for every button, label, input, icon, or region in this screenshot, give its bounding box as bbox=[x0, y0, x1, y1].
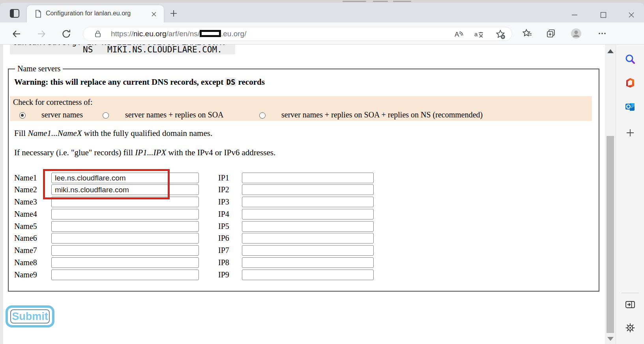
sidebar-settings-gear-icon[interactable] bbox=[625, 322, 636, 333]
name2-input[interactable] bbox=[51, 184, 199, 195]
edge-sidebar bbox=[616, 45, 644, 344]
name1-label: Name1 bbox=[14, 173, 37, 183]
active-tab[interactable]: Configuration for lanlan.eu.org bbox=[27, 5, 164, 22]
name5-input[interactable] bbox=[51, 221, 199, 232]
url-text: https://nic.eu.org/arf/en/ns/.eu.org/ bbox=[111, 27, 246, 41]
dns-record-value: MIKI.NS.CLOUDFLARE.COM. bbox=[107, 45, 222, 54]
ip6-label: IP6 bbox=[218, 233, 229, 244]
form-row: Name4 IP4 bbox=[9, 209, 599, 219]
collections-icon[interactable] bbox=[545, 28, 556, 39]
url-redaction-box bbox=[200, 30, 221, 37]
fieldset-legend: Name servers bbox=[15, 64, 63, 73]
scrollbar-thumb[interactable] bbox=[607, 136, 614, 333]
sidebar-outlook-icon[interactable] bbox=[625, 101, 636, 112]
background-window-fragment bbox=[343, 1, 366, 2]
name9-label: Name9 bbox=[14, 270, 37, 280]
browser-window: Configuration for lanlan.eu.org bbox=[0, 3, 644, 344]
name4-input[interactable] bbox=[51, 209, 199, 219]
lock-icon[interactable] bbox=[94, 30, 102, 38]
name6-label: Name6 bbox=[14, 233, 37, 244]
name7-label: Name7 bbox=[14, 245, 37, 256]
page-document-icon bbox=[34, 9, 43, 18]
instruction-ips: If necessary (i.e. "glue" records) fill … bbox=[14, 148, 275, 158]
name8-label: Name8 bbox=[14, 257, 37, 268]
sidebar-search-icon[interactable] bbox=[625, 54, 636, 65]
svg-text:a: a bbox=[474, 31, 478, 37]
dns-record-type: NS bbox=[83, 45, 93, 54]
submit-button[interactable]: Submit bbox=[10, 309, 50, 324]
ip7-input[interactable] bbox=[242, 245, 374, 256]
page-scrollbar[interactable] bbox=[605, 45, 616, 344]
name7-input[interactable] bbox=[51, 245, 199, 256]
ip6-input[interactable] bbox=[242, 233, 374, 244]
name2-label: Name2 bbox=[14, 184, 37, 195]
form-row: Name8 IP8 bbox=[9, 257, 599, 268]
ip1-input[interactable] bbox=[242, 173, 374, 183]
form-row: Name6 IP6 bbox=[9, 233, 599, 244]
ip5-input[interactable] bbox=[242, 221, 374, 232]
add-favorite-icon[interactable] bbox=[495, 29, 505, 39]
name9-input[interactable] bbox=[51, 270, 199, 280]
radio-label-server-names-soa-ns[interactable]: server names + replies on SOA + replies … bbox=[281, 110, 483, 119]
ip9-input[interactable] bbox=[242, 270, 374, 280]
name6-input[interactable] bbox=[51, 233, 199, 244]
tab-strip: Configuration for lanlan.eu.org bbox=[0, 3, 644, 22]
name-servers-fieldset: Name servers Warning: this will replace … bbox=[8, 69, 599, 292]
profile-avatar[interactable] bbox=[571, 28, 582, 39]
check-correctness-section: Check for correctness of: server names s… bbox=[10, 96, 592, 121]
new-tab-icon[interactable] bbox=[170, 9, 178, 17]
name8-input[interactable] bbox=[51, 257, 199, 268]
form-row: Name1 IP1 bbox=[9, 173, 599, 183]
name5-label: Name5 bbox=[14, 221, 37, 232]
address-bar[interactable]: https://nic.eu.org/arf/en/ns/.eu.org/ A … bbox=[83, 27, 512, 41]
favorites-icon[interactable] bbox=[522, 28, 533, 39]
refresh-icon[interactable] bbox=[61, 28, 72, 39]
ip4-label: IP4 bbox=[218, 209, 229, 219]
scroll-up-icon[interactable] bbox=[607, 49, 614, 53]
ip8-input[interactable] bbox=[242, 257, 374, 268]
radio-label-server-names[interactable]: server names bbox=[41, 110, 83, 119]
dns-records-table-fragment: lanlan.eu.org. IN NS LEE.NS.CLOUDFLARE.C… bbox=[10, 45, 235, 54]
tab-actions-menu-icon[interactable] bbox=[9, 7, 21, 19]
read-aloud-icon[interactable]: A bbox=[453, 29, 464, 39]
forward-icon[interactable] bbox=[36, 28, 47, 39]
ip1-label: IP1 bbox=[218, 173, 229, 183]
scroll-down-icon[interactable] bbox=[607, 337, 614, 341]
close-button[interactable] bbox=[626, 9, 637, 20]
form-row: Name9 IP9 bbox=[9, 270, 599, 280]
name3-input[interactable] bbox=[51, 197, 199, 207]
back-icon[interactable] bbox=[11, 28, 22, 39]
ip2-input[interactable] bbox=[242, 184, 374, 195]
minimize-button[interactable] bbox=[569, 9, 580, 20]
sidebar-add-icon[interactable] bbox=[625, 127, 636, 138]
ip4-input[interactable] bbox=[242, 209, 374, 219]
maximize-button[interactable] bbox=[598, 9, 609, 20]
submit-highlight: Submit bbox=[6, 305, 54, 327]
ip8-label: IP8 bbox=[218, 257, 229, 268]
content-area: lanlan.eu.org. IN NS LEE.NS.CLOUDFLARE.C… bbox=[0, 45, 644, 344]
ip3-label: IP3 bbox=[218, 197, 229, 207]
radio-server-names-soa-ns[interactable] bbox=[259, 112, 266, 119]
tab-close-icon[interactable] bbox=[150, 10, 158, 18]
ip5-label: IP5 bbox=[218, 221, 229, 232]
settings-menu-icon[interactable] bbox=[597, 28, 608, 39]
sidebar-separator bbox=[622, 293, 639, 293]
window-left-frame bbox=[0, 45, 3, 344]
radio-server-names[interactable] bbox=[19, 112, 26, 119]
check-correctness-title: Check for correctness of: bbox=[13, 98, 93, 107]
sidebar-office-icon[interactable] bbox=[625, 77, 636, 88]
toolbar: https://nic.eu.org/arf/en/ns/.eu.org/ A … bbox=[0, 22, 644, 45]
ds-code: DS bbox=[225, 78, 236, 86]
background-window-fragment bbox=[373, 1, 388, 2]
translate-icon[interactable]: a bbox=[474, 29, 484, 39]
name1-input[interactable] bbox=[51, 173, 199, 183]
name3-label: Name3 bbox=[14, 197, 37, 207]
web-page: lanlan.eu.org. IN NS LEE.NS.CLOUDFLARE.C… bbox=[3, 45, 605, 344]
radio-label-server-names-soa[interactable]: server names + replies on SOA bbox=[125, 110, 224, 119]
ip3-input[interactable] bbox=[242, 197, 374, 207]
ip2-label: IP2 bbox=[218, 184, 229, 195]
open-sidebar-panel-icon[interactable] bbox=[625, 299, 636, 310]
background-window-fragment bbox=[393, 1, 411, 2]
form-row: Name3 IP3 bbox=[9, 197, 599, 207]
radio-server-names-soa[interactable] bbox=[103, 112, 109, 119]
